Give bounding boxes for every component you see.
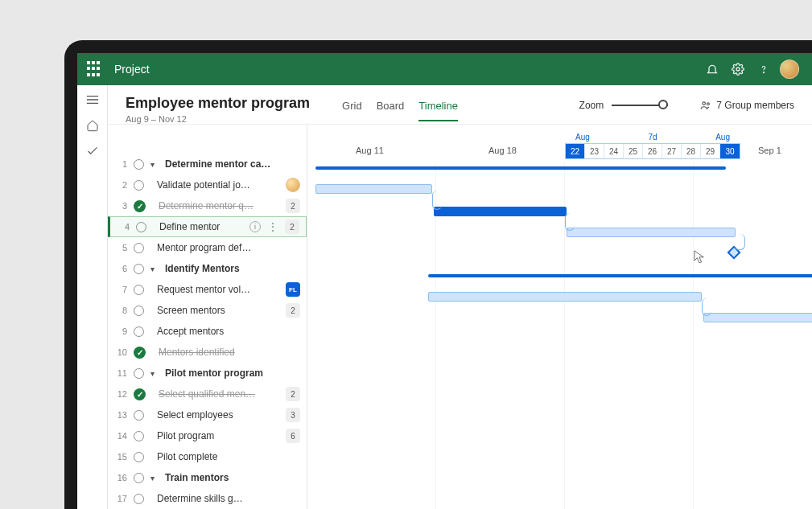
gantt-bar[interactable] — [703, 313, 812, 322]
svg-point-3 — [707, 103, 710, 105]
task-row[interactable]: 6▾Identify Mentors — [108, 258, 307, 279]
calendar-day[interactable]: 29 — [701, 144, 720, 158]
task-row[interactable]: 12Select qualified men…2 — [108, 384, 307, 404]
tab-board[interactable]: Board — [377, 100, 405, 121]
more-icon[interactable]: ⋮ — [267, 220, 278, 233]
dependency-link — [565, 213, 575, 231]
chevron-down-icon[interactable]: ▾ — [150, 369, 159, 378]
task-row[interactable]: 3Determine mentor q…2 — [108, 195, 307, 216]
status-circle-icon[interactable] — [134, 326, 144, 337]
status-circle-icon[interactable] — [136, 222, 146, 232]
task-name: Mentors identified — [159, 347, 300, 358]
count-badge: 2 — [286, 387, 300, 401]
status-circle-icon[interactable] — [134, 494, 144, 504]
dependency-link — [734, 234, 745, 250]
task-name: Define mentor — [159, 221, 243, 232]
task-name: Accept mentors — [157, 326, 300, 337]
row-number: 2 — [114, 180, 127, 190]
status-done-icon[interactable] — [134, 200, 146, 212]
row-number: 12 — [114, 389, 127, 399]
task-row[interactable]: 7Request mentor vol…FL — [108, 279, 307, 300]
row-number: 1 — [114, 159, 127, 169]
task-row[interactable]: 17Determine skills g… — [108, 488, 307, 509]
status-circle-icon[interactable] — [134, 452, 144, 462]
zoom-control[interactable]: Zoom — [579, 95, 669, 111]
row-number: 8 — [114, 306, 127, 315]
calendar-day[interactable]: 26 — [643, 144, 662, 158]
row-number: 14 — [114, 431, 127, 441]
user-avatar[interactable] — [777, 56, 802, 82]
task-name: Screen mentors — [157, 305, 279, 316]
task-row[interactable]: 13Select employees3 — [108, 404, 307, 425]
status-circle-icon[interactable] — [134, 159, 144, 170]
task-row[interactable]: 14Pilot program6 — [108, 425, 307, 446]
row-number: 7 — [114, 285, 127, 294]
task-row[interactable]: 9Accept mentors — [108, 321, 307, 342]
gantt-summary-bar[interactable] — [428, 274, 812, 277]
settings-icon[interactable] — [725, 56, 751, 82]
task-row[interactable]: 2Validate potential jo… — [108, 174, 307, 195]
count-badge: 2 — [286, 303, 300, 318]
status-circle-icon[interactable] — [134, 368, 144, 379]
task-row[interactable]: 4Define mentori⋮2 — [108, 216, 307, 237]
assignee-avatar[interactable] — [286, 178, 300, 192]
calendar-day[interactable]: 27 — [662, 144, 682, 158]
calendar-day[interactable]: 22 — [566, 144, 585, 158]
task-name: Select qualified men… — [159, 388, 279, 400]
home-icon[interactable] — [84, 117, 101, 133]
timeline-chart[interactable]: Aug 11 Aug 18 Sep 1 Aug 7d Aug 222324252… — [307, 125, 812, 509]
tab-grid[interactable]: Grid — [342, 100, 362, 121]
status-circle-icon[interactable] — [134, 243, 144, 253]
view-tabs: Grid Board Timeline — [342, 95, 458, 121]
row-number: 3 — [114, 201, 127, 211]
status-done-icon[interactable] — [134, 347, 146, 359]
status-circle-icon[interactable] — [134, 473, 144, 483]
status-circle-icon[interactable] — [134, 264, 144, 274]
calendar-day[interactable]: 25 — [624, 144, 643, 158]
chevron-down-icon[interactable]: ▾ — [150, 160, 159, 169]
status-circle-icon[interactable] — [134, 285, 144, 295]
calendar-day[interactable]: 24 — [604, 144, 624, 158]
help-icon[interactable] — [751, 56, 777, 82]
status-circle-icon[interactable] — [134, 180, 144, 191]
chevron-down-icon[interactable]: ▾ — [150, 474, 159, 482]
task-row[interactable]: 10Mentors identified — [108, 342, 307, 363]
notifications-icon[interactable] — [699, 56, 725, 82]
gantt-bar[interactable] — [428, 292, 702, 302]
gantt-body[interactable] — [307, 162, 812, 509]
svg-point-1 — [763, 72, 764, 73]
calendar-day[interactable]: 30 — [720, 144, 740, 158]
status-done-icon[interactable] — [134, 388, 146, 400]
status-circle-icon[interactable] — [134, 431, 144, 441]
date-range-picker[interactable]: Aug 7d Aug 222324252627282930 — [565, 133, 740, 159]
task-name: Validate potential jo… — [157, 179, 279, 191]
task-row[interactable]: 11▾Pilot mentor program — [108, 363, 307, 384]
status-circle-icon[interactable] — [134, 410, 144, 421]
gantt-bar[interactable] — [567, 228, 736, 237]
row-number: 11 — [114, 368, 127, 378]
task-row[interactable]: 8Screen mentors2 — [108, 300, 307, 321]
task-row[interactable]: 15Pilot complete — [108, 446, 307, 467]
gantt-summary-bar[interactable] — [315, 166, 726, 170]
calendar-day[interactable]: 23 — [585, 144, 604, 158]
checkmark-icon[interactable] — [84, 143, 101, 159]
gantt-bar[interactable] — [315, 184, 432, 194]
group-members-button[interactable]: 7 Group members — [700, 95, 794, 111]
tab-timeline[interactable]: Timeline — [418, 100, 458, 121]
row-number: 6 — [114, 264, 127, 273]
project-dates: Aug 9 – Nov 12 — [126, 114, 310, 124]
gantt-bar[interactable] — [434, 207, 567, 216]
task-row[interactable]: 1▾Determine mentor ca… — [108, 154, 307, 174]
members-label: 7 Group members — [716, 100, 794, 111]
svg-point-2 — [703, 102, 706, 105]
app-launcher-icon[interactable] — [87, 61, 103, 77]
status-circle-icon[interactable] — [134, 306, 144, 316]
hamburger-icon[interactable] — [84, 92, 101, 108]
zoom-slider[interactable] — [612, 105, 668, 106]
info-icon[interactable]: i — [249, 221, 261, 232]
row-number: 16 — [114, 473, 127, 482]
calendar-day[interactable]: 28 — [682, 144, 701, 158]
task-row[interactable]: 16▾Train mentors — [108, 467, 307, 488]
task-row[interactable]: 5Mentor program def… — [108, 237, 307, 258]
chevron-down-icon[interactable]: ▾ — [150, 265, 159, 273]
